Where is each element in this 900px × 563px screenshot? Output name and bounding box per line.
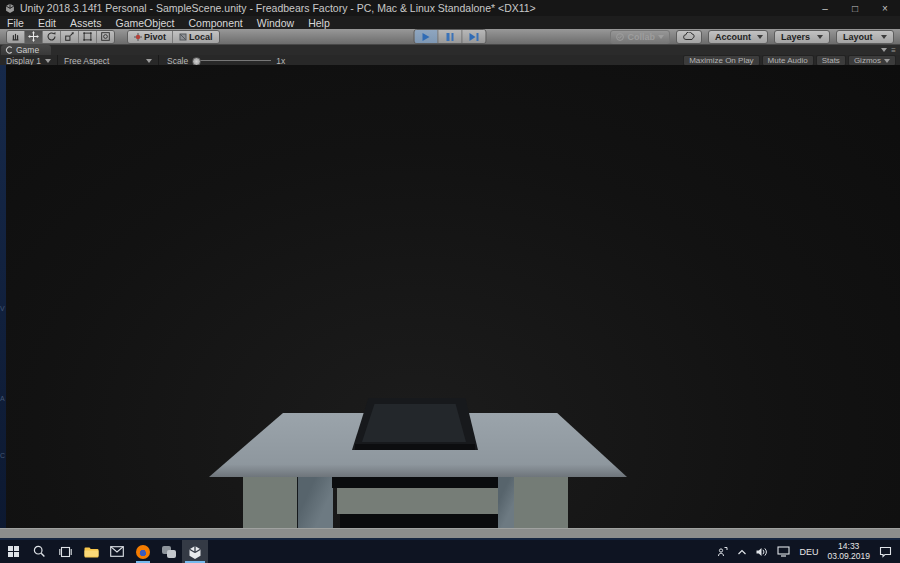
hand-tool-button[interactable]	[7, 31, 25, 43]
show-hidden-icons-chevron[interactable]	[737, 548, 747, 556]
unity-logo-icon	[5, 3, 15, 13]
local-toggle-button[interactable]: Local	[173, 31, 219, 43]
hand-icon	[10, 31, 21, 42]
desk-right-post	[498, 477, 514, 528]
tab-strip: Game ≡	[0, 45, 900, 55]
cloud-icon	[683, 32, 695, 41]
scale-tool-button[interactable]	[61, 31, 79, 43]
local-label: Local	[189, 32, 213, 42]
aspect-label: Free Aspect	[64, 56, 109, 66]
menu-gameobject[interactable]: GameObject	[109, 17, 182, 29]
game-viewport[interactable]: V A C	[0, 65, 900, 540]
pause-button[interactable]	[439, 30, 463, 43]
transform-tool-button[interactable]	[97, 31, 114, 43]
desktop-edge-strip: V A C	[0, 65, 6, 540]
edge-letter: V	[0, 305, 5, 312]
layers-dropdown[interactable]: Layers	[774, 30, 830, 44]
local-axis-icon	[179, 33, 187, 41]
desk-drawer-front	[337, 488, 498, 514]
laptop-base	[355, 444, 475, 450]
floor-strip	[0, 528, 900, 538]
rotate-tool-button[interactable]	[43, 31, 61, 43]
title-bar: Unity 2018.3.14f1 Personal - SampleScene…	[0, 0, 900, 16]
gizmos-label: Gizmos	[854, 56, 881, 65]
menu-bar: File Edit Assets GameObject Component Wi…	[0, 16, 900, 29]
menu-component[interactable]: Component	[181, 17, 249, 29]
dropdown-arrow-icon	[881, 35, 887, 42]
rect-tool-button[interactable]	[79, 31, 97, 43]
mute-audio-label: Mute Audio	[768, 56, 808, 65]
close-button[interactable]: ×	[870, 0, 900, 16]
display-label: Display 1	[6, 56, 41, 66]
pivot-toggle-button[interactable]: Pivot	[128, 31, 173, 43]
menu-window[interactable]: Window	[250, 17, 301, 29]
dropdown-arrow-icon	[658, 35, 664, 42]
folder-icon	[84, 546, 99, 558]
playmode-controls	[414, 29, 487, 44]
tab-menu-icon[interactable]: ≡	[891, 46, 896, 55]
unity-cube-icon	[188, 545, 202, 559]
mail-button[interactable]	[104, 540, 130, 563]
menu-assets[interactable]: Assets	[63, 17, 109, 29]
pivot-local-group: Pivot Local	[127, 30, 220, 44]
language-indicator[interactable]: DEU	[799, 547, 818, 557]
scale-label: Scale	[167, 56, 188, 66]
firefox-icon	[136, 545, 150, 559]
scale-icon	[64, 31, 75, 42]
task-view-button[interactable]	[52, 540, 78, 563]
desk-opening	[340, 514, 498, 528]
game-view-icon	[5, 46, 13, 54]
edge-letter: A	[0, 395, 5, 402]
action-center-icon[interactable]	[879, 546, 892, 558]
collab-check-icon	[616, 33, 624, 41]
transform-combined-icon	[100, 31, 111, 42]
task-view-icon	[59, 546, 72, 558]
desk-shadow	[332, 477, 498, 488]
clock[interactable]: 14:33 03.09.2019	[827, 542, 870, 561]
cloud-services-button[interactable]	[676, 30, 702, 44]
step-icon	[469, 33, 479, 41]
play-button[interactable]	[415, 30, 439, 43]
windows-taskbar: DEU 14:33 03.09.2019	[0, 540, 900, 563]
main-toolbar: Pivot Local Collab	[0, 29, 900, 45]
maximize-button[interactable]: □	[840, 0, 870, 16]
move-tool-button[interactable]	[25, 31, 43, 43]
messaging-app-button[interactable]	[156, 540, 182, 563]
step-button[interactable]	[463, 30, 486, 43]
minimize-button[interactable]: –	[810, 0, 840, 16]
menu-help[interactable]: Help	[301, 17, 337, 29]
desk-left-post	[297, 477, 333, 528]
scale-value: 1x	[276, 56, 285, 66]
scale-slider[interactable]	[193, 60, 271, 61]
layers-label: Layers	[781, 32, 810, 42]
file-explorer-button[interactable]	[78, 540, 104, 563]
rect-tool-icon	[82, 31, 93, 42]
laptop-screen	[362, 404, 466, 442]
account-dropdown[interactable]: Account	[708, 30, 768, 44]
search-button[interactable]	[26, 540, 52, 563]
search-icon	[33, 545, 46, 558]
edge-letter: C	[0, 452, 5, 459]
menu-edit[interactable]: Edit	[31, 17, 63, 29]
scale-control: Scale 1x	[159, 56, 293, 66]
pause-icon	[447, 33, 454, 41]
date: 03.09.2019	[827, 551, 870, 561]
messaging-app-icon	[162, 546, 176, 558]
layout-dropdown[interactable]: Layout	[836, 30, 894, 44]
pivot-label: Pivot	[144, 32, 166, 42]
stats-label: Stats	[822, 56, 840, 65]
play-icon	[423, 33, 430, 41]
network-icon[interactable]	[777, 546, 790, 557]
firefox-button[interactable]	[130, 540, 156, 563]
system-tray: DEU 14:33 03.09.2019	[717, 542, 900, 561]
volume-icon[interactable]	[756, 547, 768, 557]
collab-button[interactable]: Collab	[610, 30, 670, 44]
start-button[interactable]	[0, 540, 26, 563]
tray-app-icon[interactable]	[717, 546, 728, 557]
unity-taskbar-button[interactable]	[182, 540, 208, 563]
collab-label: Collab	[627, 32, 655, 42]
menu-file[interactable]: File	[0, 17, 31, 29]
tab-dropdown-icon[interactable]	[881, 48, 887, 55]
game-tab[interactable]: Game	[1, 45, 51, 55]
window-title: Unity 2018.3.14f1 Personal - SampleScene…	[20, 2, 536, 14]
